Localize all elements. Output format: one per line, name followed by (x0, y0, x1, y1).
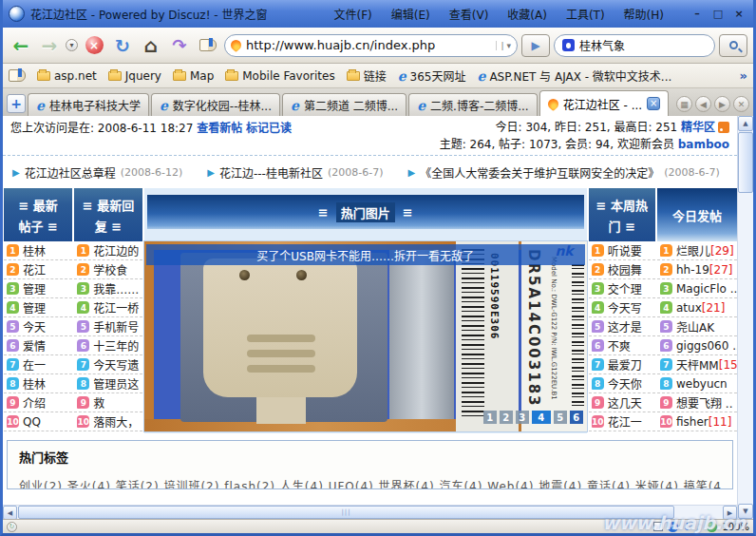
poster-item[interactable]: 10 fisher [11] (657, 412, 737, 431)
zoom-level[interactable]: 100% (722, 522, 749, 532)
close-button[interactable] (732, 8, 746, 21)
maximize-button[interactable] (711, 8, 725, 21)
reply-list-item[interactable]: 9 救 (74, 393, 142, 412)
status-refresh-icon[interactable]: ↻ (7, 522, 17, 532)
hot-topic-item[interactable]: 6 不爽 (589, 336, 655, 355)
reply-list-item[interactable]: 2 学校食 (74, 260, 142, 279)
hot-topic-item[interactable]: 4 今天写 (589, 298, 655, 317)
announcement-item[interactable]: ▶ 花江边社区总章程 (2008-6-12) (12, 164, 182, 181)
rss-icon[interactable] (718, 122, 729, 133)
post-list-item[interactable]: 6 爱情 (4, 336, 72, 355)
poster-item[interactable]: 4 atux [21] (657, 298, 737, 317)
refresh-button[interactable]: ↻ (110, 33, 135, 58)
hot-topic-item[interactable]: 2 校园舞 (589, 260, 655, 279)
vertical-scroll-thumb[interactable] (738, 132, 753, 193)
new-member-link[interactable]: bamboo (678, 138, 729, 151)
tag-links[interactable]: 创业(2) 圣火(4) 笑话(2) 培训班(2) flash(2) 人生(4) … (19, 477, 721, 489)
post-list-item[interactable]: 8 桂林 (4, 374, 72, 393)
reply-list-item[interactable]: 4 花江一桥 (74, 298, 142, 317)
scroll-left-button[interactable]: ◀ (3, 506, 17, 520)
poster-item[interactable]: 1 烂眼儿 [29] (657, 241, 737, 260)
digest-link[interactable]: 精华区 (681, 121, 715, 134)
hot-topic-item[interactable]: 1 听说要 (589, 241, 655, 260)
download-arrow-icon[interactable]: ↓ (683, 521, 691, 533)
reply-list-item[interactable]: 8 管理员这 (74, 374, 142, 393)
browser-tab[interactable]: 二频.博客-二频博... × (408, 93, 538, 116)
announcement-item[interactable]: ▶ 花江边---桂电新社区 (2008-6-7) (207, 164, 383, 181)
hot-topic-item[interactable]: 5 这才是 (589, 317, 655, 336)
bookmark-item[interactable]: Map (173, 67, 214, 84)
image-page-button[interactable]: 3 (516, 411, 529, 424)
bookmark-item[interactable]: 365天网址 (398, 67, 466, 84)
menu-item[interactable]: 文件(F) (327, 4, 380, 24)
download-manager-icon[interactable]: ↯ (668, 522, 678, 532)
bookmark-item[interactable]: Jquery (108, 67, 161, 84)
menu-item[interactable]: 收藏(A) (500, 4, 555, 24)
reply-list-item[interactable]: 1 花江边的 (74, 241, 142, 260)
post-list-item[interactable]: 5 今天 (4, 317, 72, 336)
favorites-button[interactable] (196, 33, 220, 58)
scroll-down-button[interactable]: ▼ (738, 504, 753, 519)
stop-button[interactable]: × (82, 33, 106, 58)
scroll-up-button[interactable]: ▲ (738, 116, 753, 131)
browser-tab[interactable]: 第二频道 二频博... × (282, 93, 406, 116)
forward-button[interactable]: → (37, 33, 62, 58)
search-input[interactable]: 桂林气象 (579, 37, 625, 53)
image-page-button[interactable]: 6 (570, 411, 583, 424)
poster-item[interactable]: 7 天枰MM [15] (657, 355, 737, 374)
horizontal-scroll-thumb[interactable]: ||| (18, 506, 674, 519)
menu-item[interactable]: 帮助(H) (616, 4, 671, 24)
bookmark-item[interactable]: ASP.NET 与 AJAX - 微软中文技术... (477, 67, 671, 84)
sound-icon[interactable]: ♪ (696, 522, 702, 532)
menu-item[interactable]: 编辑(E) (384, 4, 438, 24)
browser-tab[interactable]: 数字化校园--桂林... × (151, 93, 280, 116)
hot-topic-item[interactable]: 10 花江一 (589, 412, 655, 431)
send-page-button[interactable]: ↷ (167, 33, 192, 58)
hot-topic-item[interactable]: 8 今天你 (589, 374, 655, 393)
search-box[interactable]: 桂林气象 (554, 34, 715, 57)
bookmarks-overflow-chevron[interactable]: » (740, 68, 747, 83)
poster-item[interactable]: 5 尧山AK (657, 317, 737, 336)
bookmark-item[interactable]: asp.net (37, 67, 97, 84)
post-list-item[interactable]: 3 管理 (4, 279, 72, 298)
page-mode-icon[interactable] (653, 522, 663, 531)
post-list-item[interactable]: 2 花江 (4, 260, 72, 279)
history-dropdown-button[interactable]: ▾ (66, 39, 78, 51)
tab-tile-button[interactable]: ▦ (676, 96, 692, 112)
url-text[interactable]: http://www.huajb.cn/index.php (246, 38, 491, 52)
address-dropdown-icon[interactable]: | ▾ (496, 41, 511, 50)
hot-topic-item[interactable]: 7 最爱刀 (589, 355, 655, 374)
back-button[interactable]: ← (9, 33, 33, 58)
post-list-item[interactable]: 9 介绍 (4, 393, 72, 412)
hot-image[interactable]: 00119590E306 DR5A14C003183 Model No.: DW… (144, 241, 587, 431)
bookmark-item[interactable]: Mobile Favorites (225, 67, 334, 84)
menu-item[interactable]: 工具(T) (558, 4, 613, 24)
reply-list-item[interactable]: 5 手机新号 (74, 317, 142, 336)
poster-item[interactable]: 2 hh-19 [27] (657, 260, 737, 279)
address-bar[interactable]: http://www.huajb.cn/index.php | ▾ (224, 34, 518, 57)
plugin-status-icon[interactable] (707, 522, 717, 532)
poster-item[interactable]: 3 MagicFlo ... (657, 279, 737, 298)
menu-item[interactable]: 查看(V) (442, 4, 497, 24)
bookmarks-book-icon[interactable] (9, 69, 26, 82)
scroll-right-button[interactable]: ▶ (723, 506, 737, 520)
post-list-item[interactable]: 1 桂林 (4, 241, 72, 260)
home-button[interactable]: ⌂ (139, 33, 163, 58)
horizontal-scroll-track[interactable]: ||| (17, 506, 723, 519)
tab-close-button[interactable]: × (647, 97, 660, 110)
view-new-posts-link[interactable]: 查看新帖 (197, 122, 242, 135)
post-list-item[interactable]: 10 QQ (4, 412, 72, 431)
new-tab-button[interactable]: + (7, 94, 26, 113)
reply-list-item[interactable]: 7 今天写遗 (74, 355, 142, 374)
poster-item[interactable]: 6 giggs060 .. (657, 336, 737, 355)
image-page-button[interactable]: 1 (483, 411, 497, 424)
poster-item[interactable]: 8 webyucn (657, 374, 737, 393)
vertical-scroll-track[interactable] (738, 131, 753, 504)
post-list-item[interactable]: 4 管理 (4, 298, 72, 317)
image-page-button[interactable]: 4 (532, 411, 551, 424)
post-list-item[interactable]: 7 在一 (4, 355, 72, 374)
bookmark-item[interactable]: 链接 (347, 67, 387, 84)
image-page-button[interactable]: 5 (554, 411, 567, 424)
browser-tab[interactable]: 桂林电子科技大学 × (28, 93, 149, 116)
reply-list-item[interactable]: 3 我靠…… (74, 279, 142, 298)
